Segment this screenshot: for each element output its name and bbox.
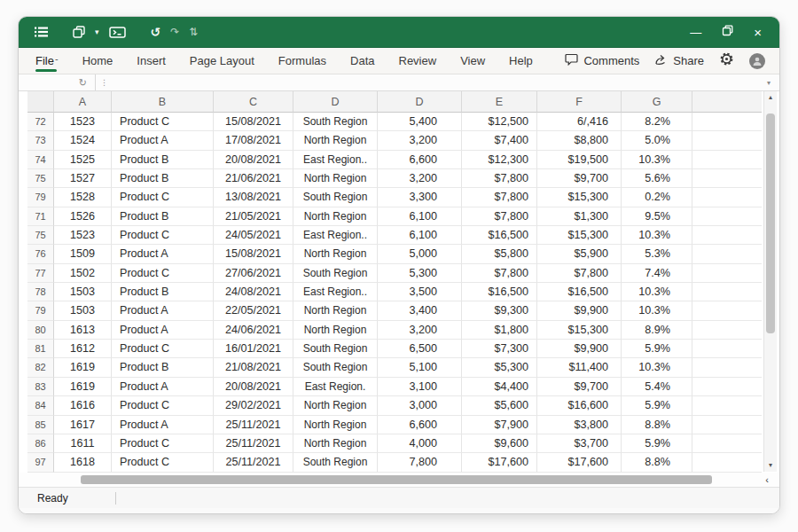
redo-icon[interactable]: ↷ — [170, 27, 179, 37]
cell[interactable]: North Region — [293, 396, 378, 415]
cell[interactable]: 8.8% — [622, 453, 692, 472]
cell[interactable]: 13/08/2021 — [214, 188, 293, 207]
scroll-up-icon[interactable]: ▴ — [769, 94, 772, 101]
cell[interactable]: $16,500 — [462, 283, 537, 301]
cell[interactable] — [692, 378, 762, 396]
column-header-blank[interactable] — [692, 91, 762, 113]
cell[interactable]: $1,300 — [537, 207, 622, 226]
tab-data[interactable]: Data — [350, 48, 374, 74]
tab-insert[interactable]: Insert — [137, 48, 166, 74]
cell[interactable]: 24/05/2021 — [214, 226, 293, 245]
cell[interactable]: 5.0% — [622, 131, 692, 150]
cell[interactable]: 1526 — [54, 207, 112, 226]
cell[interactable]: $16,500 — [462, 226, 537, 245]
cell[interactable]: Product A — [112, 321, 214, 340]
cell[interactable]: Product A — [112, 301, 214, 320]
cell[interactable]: $16,600 — [537, 396, 622, 415]
cell[interactable]: 6,600 — [378, 416, 462, 434]
row-number[interactable]: 82 — [27, 358, 54, 377]
cell[interactable]: 1528 — [54, 188, 112, 207]
row-number[interactable]: 78 — [27, 283, 54, 301]
cell[interactable]: Product A — [112, 378, 214, 396]
cell[interactable]: 5,000 — [378, 245, 462, 263]
row-number[interactable]: 75 — [27, 226, 54, 245]
cell[interactable]: $11,400 — [537, 358, 622, 377]
cell[interactable]: 10.3% — [622, 226, 692, 245]
cell[interactable]: 1619 — [54, 358, 112, 377]
cell[interactable]: East Region.. — [293, 283, 378, 301]
cell[interactable]: Product C — [112, 434, 214, 453]
cell[interactable]: Product B — [112, 207, 214, 226]
cell[interactable]: $16,500 — [537, 283, 622, 301]
row-number[interactable]: 72 — [27, 113, 54, 131]
column-header-f-7[interactable]: F — [537, 91, 622, 113]
cell[interactable]: Product B — [112, 358, 214, 377]
cell[interactable]: 10.3% — [622, 283, 692, 301]
cell[interactable] — [692, 396, 762, 415]
cell[interactable]: 6,500 — [378, 340, 462, 358]
cell[interactable]: 1617 — [54, 416, 112, 434]
cell[interactable]: 24/08/2021 — [214, 283, 293, 301]
cell[interactable]: 20/08/2021 — [214, 151, 293, 169]
cell[interactable]: South Region — [293, 340, 378, 358]
cell[interactable]: North Region — [293, 245, 378, 263]
tab-view[interactable]: View — [460, 48, 485, 74]
cell[interactable]: 9.5% — [622, 207, 692, 226]
cell[interactable]: $9,900 — [537, 301, 622, 320]
cell[interactable]: South Region — [293, 453, 378, 472]
console-icon[interactable] — [109, 27, 126, 38]
cell[interactable]: 3,000 — [378, 396, 462, 415]
cell[interactable]: $12,300 — [462, 151, 537, 169]
cell[interactable]: 17/08/2021 — [214, 131, 293, 150]
cell[interactable] — [692, 416, 762, 434]
row-number[interactable]: 79 — [27, 301, 54, 320]
caret-down-icon[interactable]: ▾ — [95, 28, 99, 36]
cell[interactable]: 1523 — [54, 226, 112, 245]
select-all-corner[interactable] — [27, 91, 54, 113]
cell[interactable]: 1503 — [54, 283, 112, 301]
formula-bar-expand-icon[interactable]: ▾ — [758, 79, 779, 87]
cell[interactable]: Product C — [112, 396, 214, 415]
cell[interactable]: $7,800 — [462, 207, 537, 226]
cell[interactable]: 29/02/2021 — [214, 396, 293, 415]
cell[interactable]: 22/05/2021 — [214, 301, 293, 320]
cell[interactable]: 6/,416 — [537, 113, 622, 131]
column-header-b-2[interactable]: B — [112, 91, 214, 113]
column-header-g-8[interactable]: G — [622, 91, 692, 113]
column-header-a-1[interactable]: A — [54, 91, 112, 113]
row-number[interactable]: 85 — [27, 416, 54, 434]
share-button[interactable]: Share — [654, 53, 704, 68]
cell[interactable]: 5.6% — [622, 169, 692, 188]
horizontal-scrollbar[interactable]: ‹ — [19, 473, 779, 487]
cell[interactable]: $7,400 — [462, 131, 537, 150]
cell[interactable]: 8.9% — [622, 321, 692, 340]
cell[interactable]: 6,600 — [378, 151, 462, 169]
settings-gear-icon[interactable] — [719, 51, 734, 70]
cell[interactable] — [692, 321, 762, 340]
cell[interactable]: $3,800 — [537, 416, 622, 434]
list-icon[interactable] — [35, 27, 48, 37]
scroll-left-icon[interactable]: ‹ — [765, 473, 769, 486]
cell[interactable]: 1503 — [54, 301, 112, 320]
cell[interactable]: 5.9% — [622, 434, 692, 453]
cell[interactable]: $5,800 — [462, 245, 537, 263]
cell[interactable]: North Region — [293, 416, 378, 434]
cell[interactable]: 3,200 — [378, 169, 462, 188]
cell[interactable]: East Region. — [293, 378, 378, 396]
cell[interactable]: $19,500 — [537, 151, 622, 169]
cell[interactable]: South Region — [293, 188, 378, 207]
user-avatar[interactable] — [749, 53, 765, 69]
cell[interactable]: 8.8% — [622, 416, 692, 434]
cell[interactable]: 1612 — [54, 340, 112, 358]
cell[interactable]: 1524 — [54, 131, 112, 150]
cell[interactable]: 1525 — [54, 151, 112, 169]
cell[interactable]: $1,800 — [462, 321, 537, 340]
cell[interactable]: $9,900 — [537, 340, 622, 358]
cell[interactable]: North Region — [293, 321, 378, 340]
cell[interactable]: $3,700 — [537, 434, 622, 453]
cell[interactable]: $4,400 — [462, 378, 537, 396]
cell[interactable]: 3,500 — [378, 283, 462, 301]
row-number[interactable]: 84 — [27, 396, 54, 415]
cell[interactable]: 5,400 — [378, 113, 462, 131]
row-number[interactable]: 77 — [27, 264, 54, 283]
